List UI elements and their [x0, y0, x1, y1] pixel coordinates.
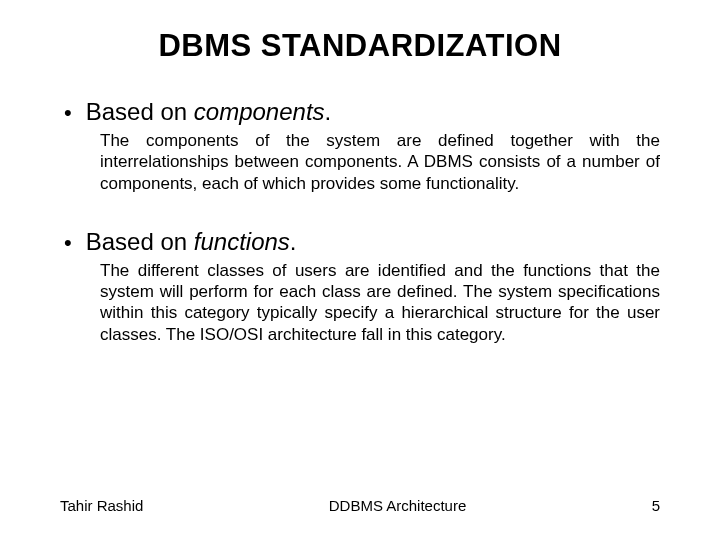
bullet-emphasis: functions [194, 228, 290, 255]
bullet-tail: . [290, 228, 297, 255]
bullet-lead: Based on [86, 228, 194, 255]
bullet-heading-row: • Based on functions. [64, 228, 660, 256]
bullet-dot-icon: • [64, 232, 72, 254]
bullet-item: • Based on components. The components of… [64, 98, 660, 194]
bullet-body: The components of the system are defined… [100, 130, 660, 194]
footer-center: DDBMS Architecture [329, 497, 467, 514]
bullet-body: The different classes of users are ident… [100, 260, 660, 345]
bullet-dot-icon: • [64, 102, 72, 124]
slide-title: DBMS STANDARDIZATION [60, 28, 660, 64]
bullet-emphasis: components [194, 98, 325, 125]
bullet-item: • Based on functions. The different clas… [64, 228, 660, 345]
bullet-heading-row: • Based on components. [64, 98, 660, 126]
bullet-lead: Based on [86, 98, 194, 125]
bullet-heading: Based on functions. [86, 228, 297, 256]
footer-author: Tahir Rashid [60, 497, 143, 514]
bullet-tail: . [325, 98, 332, 125]
bullet-heading: Based on components. [86, 98, 332, 126]
footer-page: 5 [652, 497, 660, 514]
slide: DBMS STANDARDIZATION • Based on componen… [0, 0, 720, 540]
footer: Tahir Rashid DDBMS Architecture 5 [60, 497, 660, 514]
